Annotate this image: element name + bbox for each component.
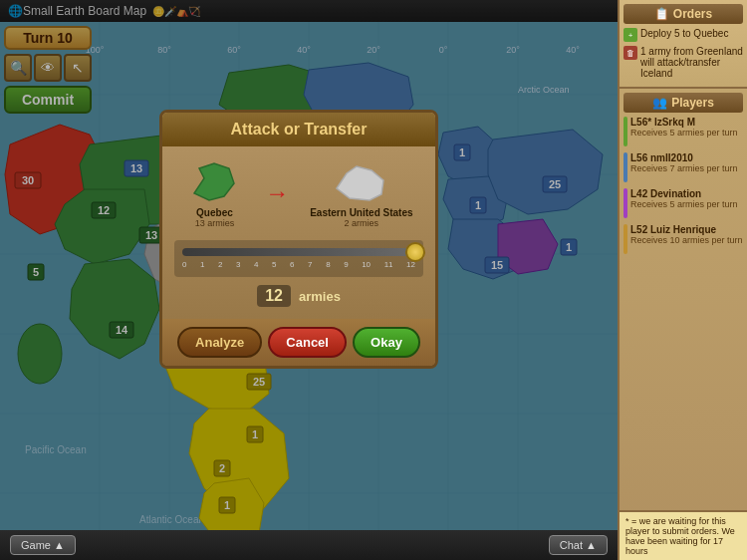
player-color-3 — [623, 188, 627, 218]
attack-arrow: → — [265, 179, 289, 207]
deploy-icon: + — [623, 28, 637, 42]
dialog-title: Attack or Transfer — [162, 113, 435, 146]
order-text-2: 1 army from Greenland will attack/transf… — [640, 46, 743, 79]
player-item-2: L56 nmII2010 Receives 7 armies per turn — [623, 152, 743, 182]
from-territory-name: Quebec — [184, 207, 244, 218]
player-color-4 — [623, 224, 627, 254]
game-button[interactable]: Game ▲ — [10, 535, 76, 555]
analyze-button[interactable]: Analyze — [177, 327, 262, 358]
svg-marker-92 — [337, 166, 383, 200]
attack-order-icon: 🗑 — [623, 46, 637, 60]
attack-dialog: Attack or Transfer Quebec 13 armies → — [159, 110, 438, 369]
players-section: 👥 Players L56* IzSrkq M Receives 5 armie… — [620, 89, 747, 510]
player-item-4: L52 Luiz Henrique Receives 10 armies per… — [623, 224, 743, 254]
dialog-buttons: Analyze Cancel Okay — [162, 319, 435, 366]
map-area: 100° 80° 60° 40° 20° 0° 20° 40° Arctic O… — [0, 0, 618, 560]
right-panel: 📋 Orders + Deploy 5 to Quebec 🗑 1 army f… — [618, 0, 747, 560]
from-territory-card: Quebec 13 armies — [184, 158, 244, 228]
cancel-button[interactable]: Cancel — [268, 327, 347, 358]
territory-display: Quebec 13 armies → Eastern United States… — [174, 158, 423, 228]
status-text: * = we are waiting for this player to su… — [625, 516, 735, 556]
chat-button[interactable]: Chat ▲ — [549, 535, 608, 555]
slider-labels: 0123456789101112 — [182, 260, 415, 269]
from-territory-shape — [184, 158, 244, 203]
order-item-2: 🗑 1 army from Greenland will attack/tran… — [623, 46, 743, 79]
dialog-body: Quebec 13 armies → Eastern United States… — [162, 146, 435, 319]
armies-display: 12 armies — [174, 285, 423, 307]
to-territory-card: Eastern United States 2 armies — [310, 158, 412, 228]
slider-track[interactable] — [182, 248, 415, 256]
player-item-3: L42 Devination Receives 5 armies per tur… — [623, 188, 743, 218]
players-title: 👥 Players — [623, 93, 743, 113]
order-text-1: Deploy 5 to Quebec — [640, 28, 728, 39]
player-detail-3: Receives 5 armies per turn — [630, 199, 743, 209]
player-color-1 — [623, 117, 627, 146]
player-detail-2: Receives 7 armies per turn — [630, 163, 743, 173]
armies-label: armies — [299, 289, 341, 304]
from-territory-armies: 13 armies — [184, 218, 244, 228]
to-territory-shape — [332, 158, 391, 203]
orders-icon: 📋 — [654, 7, 669, 21]
player-info-3: L42 Devination Receives 5 armies per tur… — [630, 188, 743, 209]
player-info-1: L56* IzSrkq M Receives 5 armies per turn — [630, 117, 743, 138]
player-detail-4: Receives 10 armies per turn — [630, 235, 743, 245]
order-item-1: + Deploy 5 to Quebec — [623, 28, 743, 42]
player-name-2: L56 nmII2010 — [630, 152, 743, 163]
player-detail-1: Receives 5 armies per turn — [630, 128, 743, 138]
player-color-2 — [623, 152, 627, 182]
slider-thumb[interactable] — [405, 242, 425, 262]
orders-section: 📋 Orders + Deploy 5 to Quebec 🗑 1 army f… — [620, 0, 747, 89]
svg-marker-91 — [194, 163, 234, 200]
to-territory-name: Eastern United States — [310, 207, 412, 218]
player-info-4: L52 Luiz Henrique Receives 10 armies per… — [630, 224, 743, 245]
player-name-3: L42 Devination — [630, 188, 743, 199]
player-name-1: L56* IzSrkq M — [630, 117, 743, 128]
player-item-1: L56* IzSrkq M Receives 5 armies per turn — [623, 117, 743, 146]
orders-title: 📋 Orders — [623, 4, 743, 24]
bottom-status: * = we are waiting for this player to su… — [620, 510, 747, 560]
armies-count: 12 — [257, 285, 291, 307]
slider-area[interactable]: 0123456789101112 — [174, 240, 423, 277]
player-name-4: L52 Luiz Henrique — [630, 224, 743, 235]
bottom-bar: Game ▲ Chat ▲ — [0, 530, 618, 560]
players-icon: 👥 — [652, 96, 667, 110]
to-territory-armies: 2 armies — [310, 218, 412, 228]
okay-button[interactable]: Okay — [353, 327, 420, 358]
player-info-2: L56 nmII2010 Receives 7 armies per turn — [630, 152, 743, 173]
